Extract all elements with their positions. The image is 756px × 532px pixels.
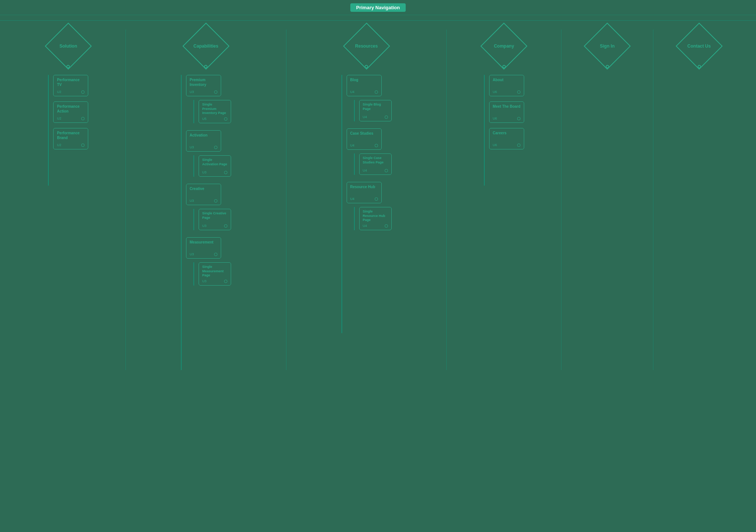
- node-performance-brand[interactable]: Performance Brand U2: [53, 128, 88, 149]
- cap-creative-child: Single Creative Page U3: [193, 209, 231, 230]
- node-single-premium-inventory-level: U5: [202, 117, 207, 121]
- node-premium-inventory[interactable]: Premium Inventory U3: [186, 75, 221, 96]
- node-activation-title: Activation: [190, 133, 217, 143]
- node-performance-brand-dot: [81, 144, 85, 147]
- node-performance-brand-footer: U2: [57, 143, 85, 147]
- node-single-resource-hub-page-level: U4: [363, 224, 367, 228]
- node-single-blog-page-title: Single Blog Page: [363, 103, 388, 114]
- diamond-contactus[interactable]: Contact Us: [676, 23, 722, 69]
- node-single-resource-hub-page-title: Single Resource Hub Page: [363, 210, 388, 222]
- cap-creative-group: Creative U3 Single Creative Page: [186, 184, 231, 232]
- section-contactus: Contact Us: [653, 30, 745, 75]
- section-signin: Sign In: [561, 30, 653, 75]
- node-single-activation-page-dot: [224, 171, 227, 174]
- node-premium-inventory-level: U3: [190, 90, 194, 94]
- node-performance-action-dot: [81, 117, 85, 120]
- node-single-resource-hub-page[interactable]: Single Resource Hub Page U4: [359, 207, 392, 230]
- node-resource-hub-level: U4: [350, 197, 355, 201]
- cap-measurement-group: Measurement U3 Single Measurement Page: [186, 237, 231, 286]
- diamond-wrapper-solution: Solution: [52, 30, 85, 68]
- section-solution: Solution Performance TV U2: [11, 30, 126, 186]
- node-creative-level: U3: [190, 199, 194, 203]
- node-performance-tv-dot: [81, 90, 85, 94]
- node-careers-title: Careers: [493, 131, 520, 141]
- node-performance-brand-title: Performance Brand: [57, 131, 85, 141]
- node-case-studies[interactable]: Case Studies U4: [347, 128, 382, 150]
- node-creative[interactable]: Creative U3: [186, 184, 221, 205]
- node-about[interactable]: About U6: [489, 75, 524, 96]
- node-single-creative-page[interactable]: Single Creative Page U3: [199, 209, 231, 230]
- diamond-wrapper-resources: Resources: [350, 30, 383, 68]
- node-about-level: U6: [493, 90, 497, 94]
- diamond-capabilities[interactable]: Capabilities: [182, 23, 229, 69]
- cap-activation-child: Single Activation Page U3: [193, 155, 231, 177]
- node-single-creative-page-title: Single Creative Page: [202, 211, 227, 222]
- node-single-case-studies-page[interactable]: Single Case Studies Page U4: [359, 153, 392, 175]
- node-meet-the-board-level: U6: [493, 117, 497, 120]
- cap-creative-child-vline: [193, 209, 194, 230]
- node-activation[interactable]: Activation U3: [186, 130, 221, 152]
- solution-vline: [48, 75, 49, 186]
- node-single-creative-page-footer: U3: [202, 224, 227, 228]
- node-about-footer: U6: [493, 90, 520, 94]
- node-single-creative-page-level: U3: [202, 224, 207, 228]
- cap-activation-group: Activation U3 Single Activation Page: [186, 130, 231, 179]
- node-single-premium-inventory[interactable]: Single Premium Inventory Page U5: [199, 100, 231, 123]
- node-blog-title: Blog: [350, 77, 378, 88]
- node-single-measurement-page[interactable]: Single Measurement Page U3: [199, 262, 231, 286]
- res-blog-child-nodes: Single Blog Page U4: [359, 100, 392, 121]
- node-careers-footer: U6: [493, 143, 520, 147]
- diamond-company-label: Company: [494, 44, 514, 49]
- node-activation-dot: [214, 146, 217, 149]
- node-performance-tv-title: Performance TV: [57, 77, 85, 88]
- node-single-measurement-page-dot: [224, 280, 227, 283]
- node-case-studies-footer: U4: [350, 144, 378, 147]
- node-single-activation-page[interactable]: Single Activation Page U3: [199, 155, 231, 177]
- node-performance-action[interactable]: Performance Action U2: [53, 101, 88, 123]
- res-blog-child: Single Blog Page U4: [354, 100, 392, 121]
- node-single-case-studies-page-footer: U4: [363, 169, 388, 172]
- diamond-wrapper-company: Company: [487, 30, 520, 68]
- node-single-measurement-page-level: U3: [202, 279, 207, 283]
- res-blog-group: Blog U4 Single Blog Page: [347, 75, 392, 123]
- node-resource-hub[interactable]: Resource Hub U4: [347, 182, 382, 203]
- node-single-activation-page-title: Single Activation Page: [202, 158, 227, 169]
- diamond-signin[interactable]: Sign In: [584, 23, 631, 69]
- diamond-resources[interactable]: Resources: [343, 23, 390, 69]
- node-meet-the-board-dot: [517, 117, 520, 120]
- node-careers-level: U6: [493, 143, 497, 147]
- res-resource-hub-child: Single Resource Hub Page U4: [354, 207, 392, 230]
- res-case-studies-child: Single Case Studies Page U4: [354, 153, 392, 175]
- node-measurement[interactable]: Measurement U3: [186, 237, 221, 259]
- cap-activation-child-vline: [193, 155, 194, 177]
- diamond-company[interactable]: Company: [481, 23, 528, 69]
- primary-navigation-label: Primary Navigation: [350, 3, 406, 12]
- node-single-premium-inventory-title: Single Premium Inventory Page: [202, 103, 227, 115]
- node-single-resource-hub-page-dot: [385, 224, 388, 228]
- node-performance-tv-footer: U2: [57, 90, 85, 94]
- node-single-case-studies-page-level: U4: [363, 169, 367, 172]
- node-premium-inventory-footer: U3: [190, 90, 217, 94]
- node-resource-hub-title: Resource Hub: [350, 184, 378, 195]
- node-case-studies-level: U4: [350, 144, 355, 147]
- node-careers[interactable]: Careers U6: [489, 128, 524, 149]
- node-single-resource-hub-page-footer: U4: [363, 224, 388, 228]
- node-meet-the-board[interactable]: Meet The Board U6: [489, 101, 524, 123]
- node-about-title: About: [493, 77, 520, 88]
- capabilities-vline: [181, 75, 182, 370]
- diamond-solution[interactable]: Solution: [45, 23, 92, 69]
- diamond-wrapper-contactus: Contact Us: [683, 30, 716, 68]
- node-performance-tv-level: U2: [57, 90, 61, 94]
- node-activation-level: U3: [190, 145, 194, 149]
- res-resource-hub-child-nodes: Single Resource Hub Page U4: [359, 207, 392, 230]
- divider: [0, 20, 756, 21]
- diamond-contactus-label: Contact Us: [687, 44, 711, 49]
- node-performance-tv[interactable]: Performance TV U2: [53, 75, 88, 96]
- diamond-wrapper-signin: Sign In: [591, 30, 624, 68]
- node-blog[interactable]: Blog U4: [347, 75, 382, 96]
- node-measurement-level: U3: [190, 252, 194, 256]
- cap-premium-child-nodes: Single Premium Inventory Page U5: [199, 100, 231, 123]
- node-single-blog-page-dot: [385, 115, 388, 119]
- node-measurement-footer: U3: [190, 252, 217, 256]
- node-single-blog-page[interactable]: Single Blog Page U4: [359, 100, 392, 121]
